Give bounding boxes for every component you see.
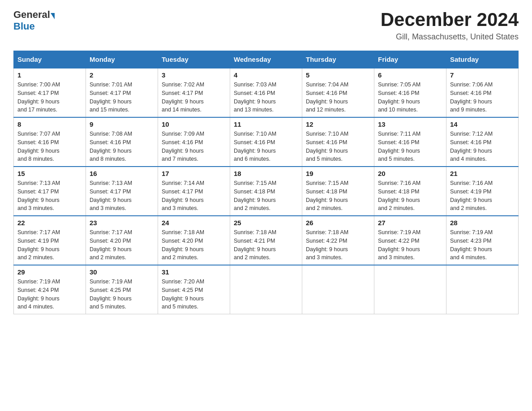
- day-number: 29: [17, 268, 82, 276]
- calendar-week-row: 1Sunrise: 7:00 AMSunset: 4:17 PMDaylight…: [14, 68, 519, 117]
- day-info: Sunrise: 7:17 AMSunset: 4:20 PMDaylight:…: [90, 228, 154, 262]
- day-number: 4: [234, 71, 298, 79]
- table-row: 16Sunrise: 7:13 AMSunset: 4:17 PMDayligh…: [86, 167, 158, 216]
- table-row: 23Sunrise: 7:17 AMSunset: 4:20 PMDayligh…: [86, 216, 158, 265]
- day-info: Sunrise: 7:04 AMSunset: 4:16 PMDaylight:…: [306, 81, 370, 114]
- day-number: 1: [17, 71, 82, 79]
- day-info: Sunrise: 7:06 AMSunset: 4:16 PMDaylight:…: [450, 81, 515, 114]
- table-row: 15Sunrise: 7:13 AMSunset: 4:17 PMDayligh…: [14, 167, 86, 216]
- table-row: 9Sunrise: 7:08 AMSunset: 4:16 PMDaylight…: [86, 117, 158, 167]
- day-number: 13: [378, 120, 442, 128]
- table-row: [302, 265, 374, 314]
- header-friday: Friday: [374, 51, 446, 68]
- day-info: Sunrise: 7:12 AMSunset: 4:16 PMDaylight:…: [450, 130, 515, 163]
- day-number: 18: [234, 170, 298, 177]
- logo-blue-text: Blue: [13, 21, 35, 32]
- table-row: 1Sunrise: 7:00 AMSunset: 4:17 PMDaylight…: [14, 68, 86, 117]
- day-number: 22: [17, 219, 82, 227]
- day-number: 26: [306, 219, 370, 227]
- day-number: 15: [17, 170, 82, 177]
- table-row: 7Sunrise: 7:06 AMSunset: 4:16 PMDaylight…: [446, 68, 519, 117]
- month-title: December 2024: [381, 9, 519, 30]
- calendar-week-row: 22Sunrise: 7:17 AMSunset: 4:19 PMDayligh…: [14, 216, 519, 265]
- table-row: 4Sunrise: 7:03 AMSunset: 4:16 PMDaylight…: [230, 68, 302, 117]
- header-wednesday: Wednesday: [230, 51, 302, 68]
- day-number: 10: [162, 120, 226, 128]
- day-info: Sunrise: 7:17 AMSunset: 4:19 PMDaylight:…: [17, 228, 82, 262]
- day-info: Sunrise: 7:05 AMSunset: 4:16 PMDaylight:…: [378, 81, 442, 114]
- table-row: 13Sunrise: 7:11 AMSunset: 4:16 PMDayligh…: [374, 117, 446, 167]
- day-number: 5: [306, 71, 370, 79]
- table-row: 17Sunrise: 7:14 AMSunset: 4:17 PMDayligh…: [158, 167, 230, 216]
- day-info: Sunrise: 7:16 AMSunset: 4:19 PMDaylight:…: [450, 179, 515, 213]
- table-row: 10Sunrise: 7:09 AMSunset: 4:16 PMDayligh…: [158, 117, 230, 167]
- title-block: December 2024 Gill, Massachusetts, Unite…: [381, 9, 519, 42]
- calendar-header-row: Sunday Monday Tuesday Wednesday Thursday…: [14, 51, 519, 68]
- day-info: Sunrise: 7:10 AMSunset: 4:16 PMDaylight:…: [306, 130, 370, 163]
- day-info: Sunrise: 7:01 AMSunset: 4:17 PMDaylight:…: [90, 81, 154, 114]
- day-number: 6: [378, 71, 442, 79]
- day-info: Sunrise: 7:19 AMSunset: 4:22 PMDaylight:…: [378, 228, 442, 262]
- logo: General Blue: [13, 9, 55, 32]
- table-row: 6Sunrise: 7:05 AMSunset: 4:16 PMDaylight…: [374, 68, 446, 117]
- table-row: 24Sunrise: 7:18 AMSunset: 4:20 PMDayligh…: [158, 216, 230, 265]
- table-row: 26Sunrise: 7:18 AMSunset: 4:22 PMDayligh…: [302, 216, 374, 265]
- day-number: 19: [306, 170, 370, 177]
- day-info: Sunrise: 7:15 AMSunset: 4:18 PMDaylight:…: [234, 179, 298, 213]
- day-number: 12: [306, 120, 370, 128]
- day-info: Sunrise: 7:13 AMSunset: 4:17 PMDaylight:…: [90, 179, 154, 213]
- table-row: 30Sunrise: 7:19 AMSunset: 4:25 PMDayligh…: [86, 265, 158, 314]
- location-subtitle: Gill, Massachusetts, United States: [381, 32, 519, 42]
- page-header: General Blue December 2024 Gill, Massach…: [13, 9, 519, 42]
- table-row: 27Sunrise: 7:19 AMSunset: 4:22 PMDayligh…: [374, 216, 446, 265]
- logo-general-text: General: [13, 9, 50, 21]
- day-info: Sunrise: 7:13 AMSunset: 4:17 PMDaylight:…: [17, 179, 82, 213]
- day-number: 17: [162, 170, 226, 177]
- header-saturday: Saturday: [446, 51, 519, 68]
- day-info: Sunrise: 7:14 AMSunset: 4:17 PMDaylight:…: [162, 179, 226, 213]
- day-number: 14: [450, 120, 515, 128]
- table-row: 31Sunrise: 7:20 AMSunset: 4:25 PMDayligh…: [158, 265, 230, 314]
- day-info: Sunrise: 7:15 AMSunset: 4:18 PMDaylight:…: [306, 179, 370, 213]
- day-number: 24: [162, 219, 226, 227]
- day-info: Sunrise: 7:19 AMSunset: 4:24 PMDaylight:…: [17, 278, 82, 311]
- day-number: 7: [450, 71, 515, 79]
- table-row: 12Sunrise: 7:10 AMSunset: 4:16 PMDayligh…: [302, 117, 374, 167]
- table-row: 22Sunrise: 7:17 AMSunset: 4:19 PMDayligh…: [14, 216, 86, 265]
- calendar-week-row: 15Sunrise: 7:13 AMSunset: 4:17 PMDayligh…: [14, 167, 519, 216]
- table-row: 18Sunrise: 7:15 AMSunset: 4:18 PMDayligh…: [230, 167, 302, 216]
- table-row: 21Sunrise: 7:16 AMSunset: 4:19 PMDayligh…: [446, 167, 519, 216]
- day-number: 27: [378, 219, 442, 227]
- day-info: Sunrise: 7:11 AMSunset: 4:16 PMDaylight:…: [378, 130, 442, 163]
- table-row: 25Sunrise: 7:18 AMSunset: 4:21 PMDayligh…: [230, 216, 302, 265]
- day-info: Sunrise: 7:19 AMSunset: 4:23 PMDaylight:…: [450, 228, 515, 262]
- day-number: 9: [90, 120, 154, 128]
- day-number: 8: [17, 120, 82, 128]
- day-number: 30: [90, 268, 154, 276]
- table-row: [230, 265, 302, 314]
- day-number: 28: [450, 219, 515, 227]
- day-info: Sunrise: 7:07 AMSunset: 4:16 PMDaylight:…: [17, 130, 82, 163]
- day-number: 25: [234, 219, 298, 227]
- day-info: Sunrise: 7:10 AMSunset: 4:16 PMDaylight:…: [234, 130, 298, 163]
- table-row: 28Sunrise: 7:19 AMSunset: 4:23 PMDayligh…: [446, 216, 519, 265]
- header-tuesday: Tuesday: [158, 51, 230, 68]
- logo-arrow-icon: [51, 13, 55, 19]
- table-row: 8Sunrise: 7:07 AMSunset: 4:16 PMDaylight…: [14, 117, 86, 167]
- day-info: Sunrise: 7:00 AMSunset: 4:17 PMDaylight:…: [17, 81, 82, 114]
- day-number: 16: [90, 170, 154, 177]
- day-info: Sunrise: 7:08 AMSunset: 4:16 PMDaylight:…: [90, 130, 154, 163]
- calendar-week-row: 8Sunrise: 7:07 AMSunset: 4:16 PMDaylight…: [14, 117, 519, 167]
- header-sunday: Sunday: [14, 51, 86, 68]
- table-row: 14Sunrise: 7:12 AMSunset: 4:16 PMDayligh…: [446, 117, 519, 167]
- day-info: Sunrise: 7:20 AMSunset: 4:25 PMDaylight:…: [162, 278, 226, 311]
- table-row: 29Sunrise: 7:19 AMSunset: 4:24 PMDayligh…: [14, 265, 86, 314]
- table-row: 20Sunrise: 7:16 AMSunset: 4:18 PMDayligh…: [374, 167, 446, 216]
- table-row: 11Sunrise: 7:10 AMSunset: 4:16 PMDayligh…: [230, 117, 302, 167]
- day-number: 31: [162, 268, 226, 276]
- header-thursday: Thursday: [302, 51, 374, 68]
- day-info: Sunrise: 7:16 AMSunset: 4:18 PMDaylight:…: [378, 179, 442, 213]
- day-info: Sunrise: 7:09 AMSunset: 4:16 PMDaylight:…: [162, 130, 226, 163]
- day-info: Sunrise: 7:18 AMSunset: 4:20 PMDaylight:…: [162, 228, 226, 262]
- day-info: Sunrise: 7:19 AMSunset: 4:25 PMDaylight:…: [90, 278, 154, 311]
